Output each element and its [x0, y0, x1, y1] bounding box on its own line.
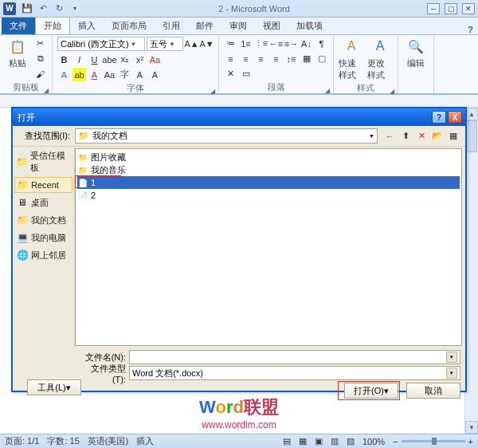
- multilevel-icon[interactable]: ⋮≡: [254, 37, 268, 50]
- highlight-icon[interactable]: ab: [72, 68, 86, 81]
- dialog-launcher-icon[interactable]: ◢: [325, 87, 330, 94]
- view-web-icon[interactable]: ▣: [315, 436, 323, 446]
- place-mycomputer[interactable]: 💻我的电脑: [14, 230, 72, 246]
- tab-addins[interactable]: 加载项: [288, 18, 331, 34]
- help-icon[interactable]: ?: [468, 25, 473, 34]
- place-desktop[interactable]: 🖥桌面: [14, 195, 72, 210]
- font-size-combo[interactable]: 五号▼: [147, 37, 183, 51]
- italic-button[interactable]: I: [72, 53, 86, 66]
- format-painter-icon[interactable]: 🖌: [33, 67, 47, 81]
- subscript-button[interactable]: x₂: [118, 53, 131, 66]
- open-button[interactable]: 打开(O) ▾: [344, 383, 398, 399]
- change-styles-button[interactable]: A更改样式: [367, 37, 393, 81]
- grow-font-icon[interactable]: A▲: [185, 37, 198, 50]
- align-center-icon[interactable]: ≡: [239, 52, 253, 65]
- decrease-indent-icon[interactable]: ←≡: [269, 37, 283, 50]
- dialog-help-button[interactable]: ?: [432, 111, 446, 124]
- undo-icon[interactable]: ↶: [37, 2, 49, 15]
- view-draft-icon[interactable]: ▧: [347, 436, 355, 446]
- tab-references[interactable]: 引用: [155, 18, 188, 34]
- sort-icon[interactable]: A↓: [300, 37, 313, 50]
- cancel-button[interactable]: 取消: [406, 383, 460, 399]
- list-item[interactable]: 📁我的音乐: [77, 163, 460, 176]
- zoom-level[interactable]: 100%: [362, 437, 385, 446]
- shrink-font-icon[interactable]: A▼: [200, 37, 214, 50]
- place-templates[interactable]: 📁受信任模板: [14, 148, 72, 175]
- redo-icon[interactable]: ↻: [53, 2, 65, 15]
- zoom-out-icon[interactable]: −: [393, 437, 398, 446]
- view-read-icon[interactable]: ▦: [299, 436, 307, 446]
- close-button[interactable]: ✕: [462, 3, 475, 14]
- scroll-down-icon[interactable]: ▼: [465, 421, 478, 434]
- char-border-icon[interactable]: A: [133, 68, 147, 81]
- up-icon[interactable]: ⬆: [398, 129, 413, 143]
- status-language[interactable]: 英语(美国): [88, 435, 128, 447]
- phonetic-icon[interactable]: 字: [118, 68, 131, 81]
- list-item[interactable]: 📄2: [77, 189, 460, 202]
- clear-format-icon[interactable]: Aa: [148, 53, 162, 66]
- scroll-up-icon[interactable]: ▲: [465, 108, 478, 120]
- view-print-icon[interactable]: ▤: [283, 436, 291, 446]
- tools-button[interactable]: 工具(L) ▾: [27, 379, 81, 395]
- dialog-launcher-icon[interactable]: ◢: [44, 87, 49, 94]
- align-left-icon[interactable]: ≡: [224, 52, 237, 65]
- underline-button[interactable]: U: [88, 53, 101, 66]
- change-case-icon[interactable]: Aa: [103, 68, 116, 81]
- status-page[interactable]: 页面: 1/1: [5, 435, 39, 447]
- status-mode[interactable]: 插入: [136, 435, 154, 447]
- tab-layout[interactable]: 页面布局: [104, 18, 155, 34]
- line-spacing-icon[interactable]: ↕≡: [284, 52, 298, 65]
- borders-icon[interactable]: ▢: [315, 52, 328, 65]
- para-misc2-icon[interactable]: ▭: [239, 67, 253, 81]
- new-folder-icon[interactable]: 📂: [430, 129, 445, 143]
- font-color-icon[interactable]: A: [88, 68, 101, 81]
- zoom-handle[interactable]: [432, 438, 437, 445]
- tab-review[interactable]: 审阅: [221, 18, 255, 34]
- quick-styles-button[interactable]: A快速样式: [339, 37, 364, 81]
- tab-file[interactable]: 文件: [2, 18, 35, 34]
- superscript-button[interactable]: x²: [133, 53, 147, 66]
- filetype-combo[interactable]: Word 文档(*.docx)▾: [129, 366, 460, 380]
- filename-input[interactable]: ▾: [129, 350, 460, 364]
- lookin-combo[interactable]: 📁 我的文档 ▼: [75, 128, 378, 143]
- tab-insert[interactable]: 插入: [70, 18, 104, 34]
- bold-button[interactable]: B: [57, 53, 71, 66]
- status-words[interactable]: 字数: 15: [47, 435, 79, 447]
- justify-icon[interactable]: ≡: [269, 52, 283, 65]
- zoom-in-icon[interactable]: +: [468, 437, 473, 446]
- tab-mailings[interactable]: 邮件: [188, 18, 221, 34]
- copy-icon[interactable]: ⧉: [33, 52, 47, 65]
- place-network[interactable]: 🌐网上邻居: [14, 247, 72, 263]
- dialog-titlebar[interactable]: 打开 ? X: [13, 108, 465, 126]
- list-item[interactable]: 📄1: [77, 176, 460, 189]
- paste-button[interactable]: 📋 粘贴: [5, 37, 30, 69]
- place-mydocs[interactable]: 📁我的文档: [14, 212, 72, 228]
- strikethrough-button[interactable]: abe: [103, 53, 116, 66]
- views-icon[interactable]: ▦: [446, 129, 460, 143]
- tab-home[interactable]: 开始: [35, 17, 70, 34]
- delete-icon[interactable]: ✕: [414, 129, 429, 143]
- align-right-icon[interactable]: ≡: [254, 52, 268, 65]
- save-icon[interactable]: 💾: [21, 2, 33, 15]
- para-misc-icon[interactable]: ✕: [224, 67, 237, 81]
- bullets-icon[interactable]: ≔: [224, 37, 237, 50]
- char-shading-icon[interactable]: A: [148, 68, 162, 81]
- file-list[interactable]: 📁图片收藏 📁我的音乐 📄1 📄2: [75, 148, 462, 346]
- text-effects-icon[interactable]: A: [57, 68, 71, 81]
- ruler[interactable]: [0, 95, 478, 108]
- qat-dropdown-icon[interactable]: ▼: [69, 2, 81, 15]
- shading-icon[interactable]: ▦: [300, 52, 313, 65]
- place-recent[interactable]: 📁Recent: [14, 177, 72, 193]
- cut-icon[interactable]: ✂: [33, 37, 47, 50]
- editing-button[interactable]: 🔍编辑: [403, 37, 429, 69]
- numbering-icon[interactable]: 1≡: [239, 37, 253, 50]
- scroll-thumb[interactable]: [466, 120, 477, 152]
- zoom-slider[interactable]: [402, 440, 465, 442]
- minimize-button[interactable]: ─: [427, 3, 440, 14]
- font-name-combo[interactable]: Calibri (西文正文)▼: [57, 37, 145, 51]
- tab-view[interactable]: 视图: [255, 18, 288, 34]
- view-outline-icon[interactable]: ▥: [331, 436, 339, 446]
- dialog-close-button[interactable]: X: [448, 111, 462, 124]
- show-marks-icon[interactable]: ¶: [315, 37, 328, 50]
- list-item[interactable]: 📁图片收藏: [77, 151, 460, 163]
